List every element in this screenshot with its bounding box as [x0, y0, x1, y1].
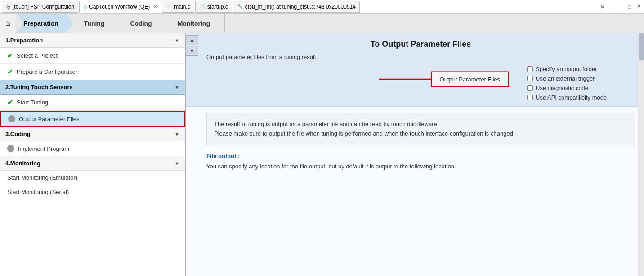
vertical-scrollbar[interactable] [638, 33, 644, 276]
output-parameter-files-button[interactable]: Output Parameter Files [431, 72, 509, 87]
tab-debug[interactable]: 🔧 ctsu_fn_int() at tuning_ctsu.c:743 0x2… [233, 1, 360, 13]
minimize-btn[interactable]: ─ [617, 3, 624, 10]
main-layout: 1.Preparation ▼ ✔ Select a Project ✔ Pre… [0, 33, 644, 276]
sidebar-section-preparation-header[interactable]: 1.Preparation ▼ [0, 33, 185, 48]
nav-up-button[interactable]: ▲ [186, 35, 198, 45]
sidebar-item-prepare-config-label: Prepare a Configuration [17, 68, 79, 75]
tab-mainc[interactable]: 📄 main.c [162, 1, 194, 13]
sidebar-section-monitoring-header[interactable]: 4.Monitoring ▼ [0, 156, 185, 171]
captouch-icon: ◇ [83, 4, 87, 10]
checkbox-external-trigger[interactable]: Use an external trigger [527, 75, 617, 82]
description-box: The result of tuning is output as a para… [206, 113, 635, 145]
sidebar-item-start-emulator-label: Start Monitoring (Emulator) [7, 174, 77, 181]
sidebar-section-preparation-label: 1.Preparation [5, 37, 43, 44]
checkbox-output-folder[interactable]: Specify an output folder [527, 66, 617, 72]
file-output-title: File output : [206, 153, 635, 159]
gray-circle-icon-2 [7, 145, 14, 152]
tab-captouch-label: CapTouch Workflow (QE) [89, 4, 150, 10]
sidebar-section-preparation: 1.Preparation ▼ ✔ Select a Project ✔ Pre… [0, 33, 185, 80]
sidebar-item-start-serial-label: Start Monitoring (Serial) [7, 189, 69, 195]
sidebar-item-select-project-label: Select a Project [17, 52, 58, 59]
step-coding-label: Coding [130, 20, 152, 27]
window-controls: ⚙ ⋮ ─ □ ✕ [599, 3, 642, 10]
checkbox-external-trigger-input[interactable] [527, 76, 533, 81]
tab-fsp-label: [touch] FSP Configuration [13, 4, 74, 10]
tab-fsp[interactable]: ⚙ [touch] FSP Configuration [2, 1, 78, 13]
description-text: The result of tuning is output as a para… [214, 121, 514, 137]
step-monitoring[interactable]: Monitoring [167, 14, 225, 33]
chevron-down-icon-3: ▼ [174, 131, 179, 137]
tab-debug-label: ctsu_fn_int() at tuning_ctsu.c:743 0x200… [245, 4, 356, 10]
step-preparation[interactable]: Preparation [16, 14, 73, 33]
sidebar-section-tuning: 2.Tuning Touch Sensors ▼ ✔ Start Tuning … [0, 80, 185, 127]
title-bar: ⚙ [touch] FSP Configuration ◇ CapTouch W… [0, 0, 644, 14]
check-circle-icon-3: ✔ [7, 98, 13, 107]
check-circle-icon-2: ✔ [7, 68, 13, 76]
step-monitoring-label: Monitoring [178, 20, 210, 27]
sidebar-item-start-emulator[interactable]: Start Monitoring (Emulator) [0, 171, 185, 185]
sidebar-section-tuning-label: 2.Tuning Touch Sensors [5, 84, 73, 90]
chevron-down-icon-4: ▼ [174, 161, 179, 166]
tab-captouch[interactable]: ◇ CapTouch Workflow (QE) ✕ [79, 1, 161, 13]
checkbox-api-compat[interactable]: Use API compatilibity mode [527, 94, 617, 101]
file-output-text: You can specify any location for the fil… [206, 162, 635, 172]
chevron-down-icon-2: ▼ [174, 85, 179, 90]
check-circle-icon: ✔ [7, 51, 13, 60]
sidebar-item-prepare-config[interactable]: ✔ Prepare a Configuration [0, 64, 185, 80]
step-coding[interactable]: Coding [119, 14, 166, 33]
gray-circle-icon [8, 115, 15, 122]
settings-btn[interactable]: ⚙ [599, 3, 606, 10]
step-preparation-label: Preparation [23, 20, 58, 27]
debug-icon: 🔧 [237, 4, 243, 9]
scrollbar-thumb[interactable] [639, 33, 644, 60]
mainc-icon: 📄 [166, 4, 172, 9]
sidebar-item-start-tuning-label: Start Tuning [17, 99, 48, 106]
sidebar-item-output-param-label: Output Parameter Files [19, 116, 79, 122]
sidebar-item-output-param[interactable]: Output Parameter Files [0, 111, 185, 127]
sidebar-section-coding-label: 3.Coding [5, 131, 31, 137]
home-button[interactable]: ⌂ [0, 14, 16, 33]
sidebar-item-start-serial[interactable]: Start Monitoring (Serial) [0, 185, 185, 199]
maximize-btn[interactable]: □ [626, 3, 633, 10]
step-tuning[interactable]: Tuning [73, 14, 120, 33]
tab-mainc-label: main.c [174, 4, 190, 10]
step-tuning-label: Tuning [84, 20, 105, 27]
sidebar-section-monitoring: 4.Monitoring ▼ Start Monitoring (Emulato… [0, 156, 185, 199]
nav-arrows: ▲ ▼ [186, 35, 198, 56]
checkbox-diagnostic-input[interactable] [527, 85, 533, 91]
content-subtitle: Output parameter files from a tuning res… [206, 54, 635, 60]
sidebar-section-monitoring-label: 4.Monitoring [5, 160, 40, 167]
sidebar-item-select-project[interactable]: ✔ Select a Project [0, 48, 185, 64]
content-area: ▲ ▼ To Output Parameter Files Output par… [186, 33, 644, 276]
nav-down-button[interactable]: ▼ [186, 46, 198, 56]
step-nav: ⌂ Preparation Tuning Coding Monitoring [0, 14, 644, 33]
file-output-section: File output : You can specify any locati… [206, 153, 635, 172]
chevron-down-icon: ▼ [174, 38, 179, 43]
sidebar-item-implement-label: Implement Program [18, 145, 69, 152]
startupc-icon: 📄 [199, 4, 206, 9]
checkboxes-area: Specify an output folder Use an external… [527, 66, 635, 101]
close-btn[interactable]: ✕ [635, 3, 642, 10]
content-title: To Output Parameter Files [206, 40, 635, 49]
sidebar: 1.Preparation ▼ ✔ Select a Project ✔ Pre… [0, 33, 186, 276]
checkbox-external-trigger-label: Use an external trigger [536, 75, 595, 82]
checkbox-output-folder-label: Specify an output folder [536, 66, 597, 72]
sidebar-item-start-tuning[interactable]: ✔ Start Tuning [0, 95, 185, 111]
sidebar-section-tuning-header[interactable]: 2.Tuning Touch Sensors ▼ [0, 80, 185, 95]
tab-close-captouch[interactable]: ✕ [153, 4, 157, 9]
more-btn[interactable]: ⋮ [608, 3, 615, 10]
checkbox-diagnostic-label: Use diagnostic code [536, 85, 588, 91]
checkbox-api-compat-label: Use API compatilibity mode [536, 94, 607, 101]
sidebar-item-implement[interactable]: Implement Program [0, 141, 185, 156]
tab-startupc[interactable]: 📄 startup.c [195, 1, 232, 13]
checkbox-diagnostic[interactable]: Use diagnostic code [527, 85, 617, 91]
sidebar-section-coding-header[interactable]: 3.Coding ▼ [0, 127, 185, 141]
home-icon: ⌂ [5, 18, 10, 28]
fsp-icon: ⚙ [6, 4, 11, 10]
sidebar-section-coding: 3.Coding ▼ Implement Program [0, 127, 185, 156]
tab-startupc-label: startup.c [207, 4, 228, 10]
checkbox-output-folder-input[interactable] [527, 66, 533, 72]
checkbox-api-compat-input[interactable] [527, 95, 533, 100]
